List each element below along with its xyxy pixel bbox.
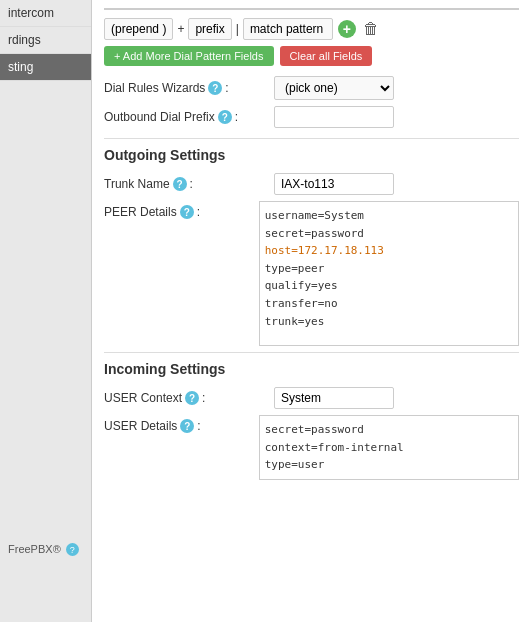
- trunk-name-row: Trunk Name ? :: [104, 173, 519, 195]
- dial-rules-row: Dial Rules Wizards ? : (pick one): [104, 76, 519, 100]
- outgoing-settings-heading: Outgoing Settings: [104, 147, 519, 163]
- trunk-name-input[interactable]: [274, 173, 394, 195]
- sidebar-item-sting[interactable]: sting: [0, 54, 91, 81]
- incoming-divider: [104, 352, 519, 353]
- sidebar-item-recordings[interactable]: rdings: [0, 27, 91, 54]
- dial-rules-label: Dial Rules Wizards ? :: [104, 81, 274, 95]
- prefix-field[interactable]: prefix: [188, 18, 231, 40]
- sidebar: intercom rdings sting FreePBX® ?: [0, 0, 92, 622]
- pipe-separator: |: [236, 22, 239, 36]
- outgoing-divider: [104, 138, 519, 139]
- match-pattern-field[interactable]: match pattern: [243, 18, 333, 40]
- trash-icon: 🗑: [363, 20, 379, 38]
- clear-all-fields-button[interactable]: Clear all Fields: [280, 46, 373, 66]
- help-icon-peer[interactable]: ?: [180, 205, 194, 219]
- top-divider: [104, 8, 519, 10]
- plus-separator: +: [177, 22, 184, 36]
- freepbx-label: FreePBX® ?: [0, 537, 92, 563]
- dial-rules-select[interactable]: (pick one): [274, 76, 394, 100]
- incoming-settings-heading: Incoming Settings: [104, 361, 519, 377]
- peer-details-textarea[interactable]: username=System secret=password host=172…: [259, 201, 519, 346]
- outbound-prefix-label: Outbound Dial Prefix ? :: [104, 110, 274, 124]
- prepend-field[interactable]: (prepend ): [104, 18, 173, 40]
- help-icon-freepbx[interactable]: ?: [66, 543, 79, 556]
- outbound-prefix-input[interactable]: [274, 106, 394, 128]
- help-icon-outbound[interactable]: ?: [218, 110, 232, 124]
- add-row-button[interactable]: +: [337, 19, 357, 39]
- main-content: (prepend ) + prefix | match pattern + 🗑 …: [92, 0, 531, 622]
- outbound-prefix-row: Outbound Dial Prefix ? :: [104, 106, 519, 128]
- help-icon-user-details[interactable]: ?: [180, 419, 194, 433]
- peer-details-content: username=System secret=password host=172…: [265, 207, 513, 330]
- sidebar-item-intercom[interactable]: intercom: [0, 0, 91, 27]
- action-buttons: + Add More Dial Pattern Fields Clear all…: [104, 46, 519, 66]
- user-details-row: USER Details ? : secret=password context…: [104, 415, 519, 480]
- user-context-input[interactable]: [274, 387, 394, 409]
- delete-row-button[interactable]: 🗑: [361, 19, 381, 39]
- user-details-textarea[interactable]: secret=password context=from-internal ty…: [259, 415, 519, 480]
- peer-details-row: PEER Details ? : username=System secret=…: [104, 201, 519, 346]
- peer-details-label: PEER Details ? :: [104, 201, 259, 219]
- dial-pattern-row: (prepend ) + prefix | match pattern + 🗑: [104, 18, 519, 40]
- user-context-row: USER Context ? :: [104, 387, 519, 409]
- help-icon-dial-rules[interactable]: ?: [208, 81, 222, 95]
- add-more-fields-button[interactable]: + Add More Dial Pattern Fields: [104, 46, 274, 66]
- user-details-content: secret=password context=from-internal ty…: [265, 421, 513, 474]
- user-context-label: USER Context ? :: [104, 391, 274, 405]
- trunk-name-label: Trunk Name ? :: [104, 177, 274, 191]
- help-icon-trunk[interactable]: ?: [173, 177, 187, 191]
- help-icon-user-context[interactable]: ?: [185, 391, 199, 405]
- add-icon: +: [338, 20, 356, 38]
- user-details-label: USER Details ? :: [104, 415, 259, 433]
